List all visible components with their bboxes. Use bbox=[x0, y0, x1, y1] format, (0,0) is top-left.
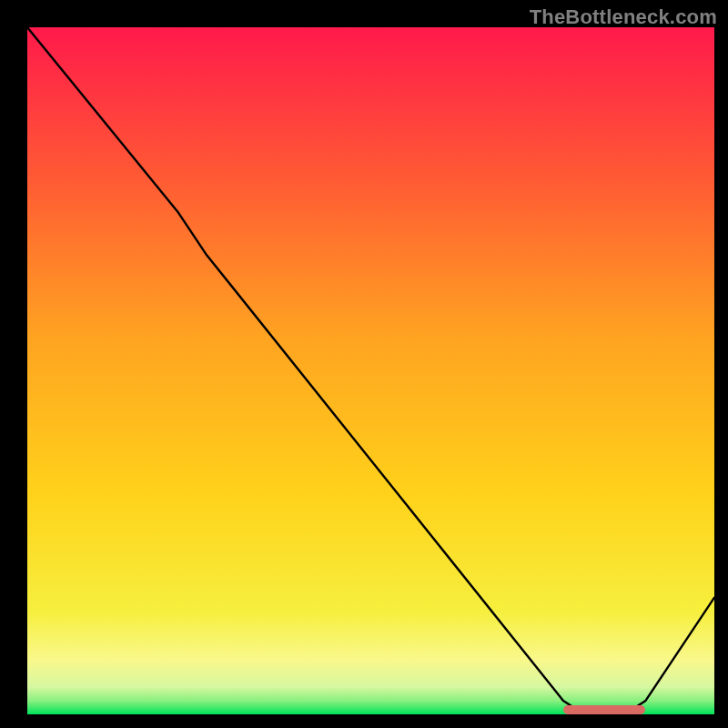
highlight-marker bbox=[563, 705, 646, 714]
chart-svg bbox=[27, 27, 714, 714]
chart-container: TheBottleneck.com bbox=[0, 0, 728, 728]
gradient-background bbox=[27, 27, 714, 714]
plot-area bbox=[27, 27, 714, 714]
watermark-text: TheBottleneck.com bbox=[530, 5, 717, 29]
